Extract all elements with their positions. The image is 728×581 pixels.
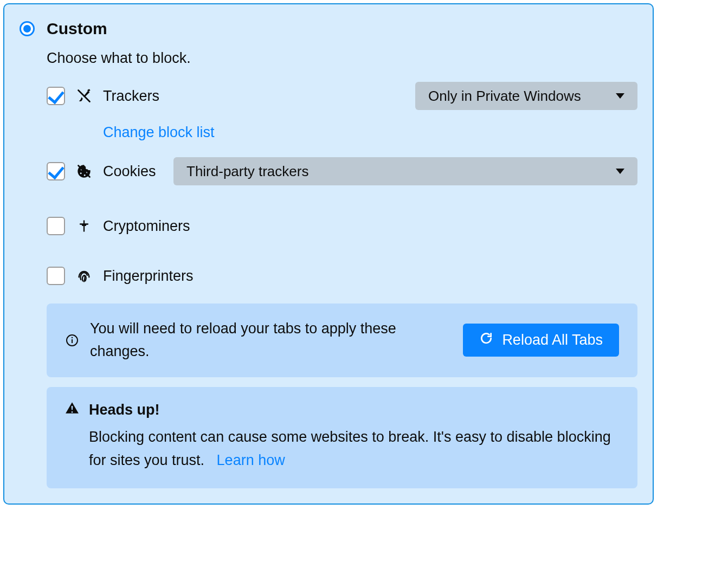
info-icon <box>65 333 79 347</box>
trackers-icon <box>76 88 92 104</box>
custom-radio[interactable] <box>20 21 35 36</box>
cookies-select[interactable]: Third-party trackers <box>173 157 637 185</box>
learn-how-link[interactable]: Learn how <box>217 452 285 468</box>
options-list: Trackers Only in Private Windows Change … <box>47 82 637 285</box>
fingerprinters-icon <box>76 268 92 284</box>
warning-body-text: Blocking content can cause some websites… <box>89 429 611 468</box>
cookies-label: Cookies <box>103 163 163 180</box>
svg-point-2 <box>72 337 73 338</box>
fingerprinters-label: Fingerprinters <box>103 268 194 285</box>
cryptominers-label: Cryptominers <box>103 218 190 235</box>
option-cookies-row: Cookies Third-party trackers <box>47 157 637 185</box>
panel-title: Custom <box>47 20 107 38</box>
reload-icon <box>479 331 493 349</box>
option-trackers-row: Trackers Only in Private Windows <box>47 82 637 110</box>
cryptominers-icon <box>76 218 92 234</box>
change-block-list-link[interactable]: Change block list <box>103 124 215 141</box>
warning-title: Heads up! <box>89 402 160 418</box>
fingerprinters-checkbox[interactable] <box>47 267 65 285</box>
option-cryptominers-row: Cryptominers <box>47 217 637 235</box>
warning-icon <box>65 401 79 419</box>
option-fingerprinters-row: Fingerprinters <box>47 267 637 285</box>
custom-protection-panel: Custom Choose what to block. Trackers On… <box>3 3 654 505</box>
reload-all-tabs-button[interactable]: Reload All Tabs <box>463 324 619 357</box>
reload-notice-text: You will need to reload your tabs to app… <box>90 318 452 363</box>
reload-notice: You will need to reload your tabs to app… <box>47 304 637 377</box>
chevron-down-icon <box>616 169 624 174</box>
trackers-select-value: Only in Private Windows <box>428 88 616 105</box>
panel-subtitle: Choose what to block. <box>47 50 637 67</box>
reload-button-label: Reload All Tabs <box>502 332 603 348</box>
cryptominers-checkbox[interactable] <box>47 217 65 235</box>
cookies-select-value: Third-party trackers <box>186 163 616 180</box>
cookies-icon <box>76 163 92 179</box>
trackers-label: Trackers <box>103 88 159 105</box>
trackers-select[interactable]: Only in Private Windows <box>415 82 637 110</box>
chevron-down-icon <box>616 93 624 99</box>
cookies-checkbox[interactable] <box>47 162 65 180</box>
warning-box: Heads up! Blocking content can cause som… <box>47 387 637 488</box>
trackers-checkbox[interactable] <box>47 87 65 105</box>
